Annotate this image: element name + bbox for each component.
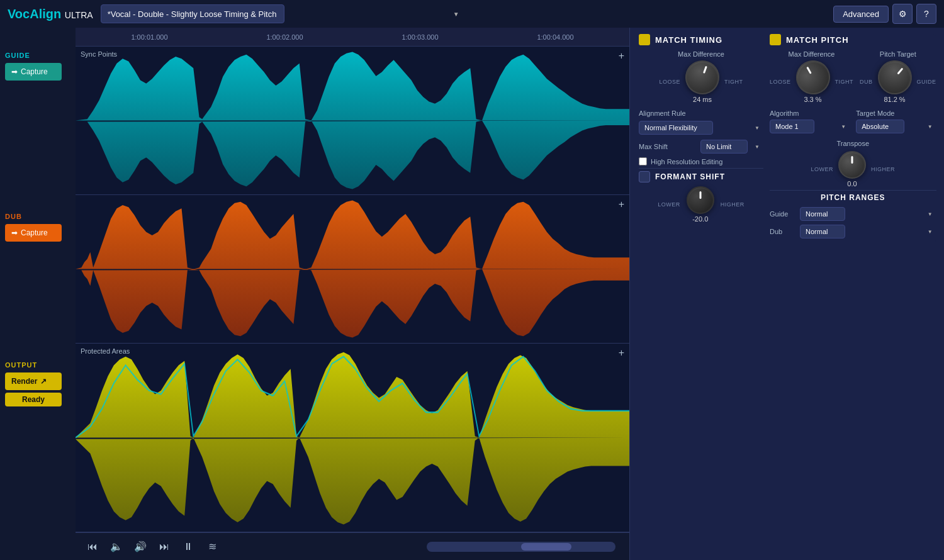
render-label: Render [11,377,37,386]
output-label: OUTPUT [5,361,70,369]
max-diff-label-timing: Max Difference [639,50,763,58]
guide-pitch-range-row: Guide Normal Low High Custom [770,207,936,221]
pitch-max-diff-col: Max Difference LOOSE 3.3 % TIGHT [770,50,853,103]
match-panels-row: MATCH TIMING Max Difference LOOSE 24 ms … [639,34,935,242]
settings-button[interactable]: ⚙ [892,4,913,24]
pitch-target-knob-group: DUB 81.2 % GUIDE [860,60,936,103]
high-res-label: High Resolution Editing [651,158,722,165]
guide-pitch-range-select[interactable]: Normal Low High Custom [800,207,845,221]
match-pitch-toggle[interactable] [770,34,781,45]
volume-low-button[interactable]: 🔈 [107,537,126,556]
formant-header: FORMANT SHIFT [639,171,763,182]
dub-capture-button[interactable]: ➡ Capture [5,224,62,242]
alignment-rule-select[interactable]: Normal Flexibility [639,121,713,135]
dub-pitch-range-row: Dub Normal Low High Custom [770,225,936,238]
dub-pitch-range-wrapper: Normal Low High Custom [800,225,936,238]
match-timing-section: MATCH TIMING Max Difference LOOSE 24 ms … [639,34,763,242]
tick-2: 1:00:02.000 [217,33,352,41]
stop-button[interactable]: ≋ [203,537,222,556]
timing-max-diff-knob[interactable] [680,55,724,99]
max-shift-row: Max Shift No Limit [639,140,763,154]
output-waveform [76,344,629,532]
formant-title: FORMANT SHIFT [655,172,725,181]
preset-dropdown[interactable]: *Vocal - Double - Slightly Loose Timing … [101,4,284,23]
preset-wrapper: *Vocal - Double - Slightly Loose Timing … [101,4,466,23]
guide-label: GUIDE [5,52,70,59]
guide-pitch-range-label: Guide [770,210,795,218]
tick-1: 1:00:01.000 [82,33,217,41]
transpose-lower-label: LOWER [811,166,834,172]
guide-track-plus[interactable]: + [619,50,624,62]
pause-button[interactable]: ⏸ [179,537,198,556]
formant-knob[interactable] [687,186,714,214]
pitch-guide-label: GUIDE [917,79,936,85]
transpose-section: Transpose LOWER 0.0 HIGHER [770,140,936,188]
pitch-target-knob[interactable] [870,53,918,101]
formant-toggle[interactable] [639,171,650,182]
dub-label: DUB [5,213,70,220]
capture-icon: ➡ [11,67,18,76]
target-mode-col: Target Mode Absolute [856,109,936,133]
render-button[interactable]: Render ↗ [5,372,62,390]
guide-track: Sync Points + [76,47,629,195]
sync-points-label: Sync Points [81,50,117,58]
match-pitch-title: MATCH PITCH [786,35,849,45]
pitch-loose-label: LOOSE [770,79,791,85]
volume-high-button[interactable]: 🔊 [131,537,150,556]
pitch-ranges-divider [770,190,936,191]
formant-higher-label: HIGHER [721,201,745,208]
transpose-label: Transpose [770,140,936,147]
guide-waveform [76,47,629,194]
transpose-higher-label: HIGHER [871,166,895,172]
guide-capture-label: Capture [21,67,48,76]
dub-pitch-range-select[interactable]: Normal Low High Custom [800,225,845,238]
transpose-knob-group: LOWER 0.0 HIGHER [770,151,936,188]
rewind-button[interactable]: ⏮ [83,537,102,556]
dub-track: + [76,195,629,344]
match-pitch-header: MATCH PITCH [770,34,936,45]
pitch-target-label: Pitch Target [860,50,936,58]
pitch-max-diff-label: Max Difference [770,50,853,58]
formant-lower-label: LOWER [658,201,680,208]
match-timing-toggle[interactable] [639,34,650,45]
help-button[interactable]: ? [916,4,936,24]
algorithm-col: Algorithm Mode 1 [770,109,850,133]
high-res-row: High Resolution Editing [639,157,763,165]
guide-capture-button[interactable]: ➡ Capture [5,63,62,81]
logo-align: Align [30,7,61,21]
protected-areas-label: Protected Areas [81,347,130,355]
match-timing-header: MATCH TIMING [639,34,763,45]
algorithm-label: Algorithm [770,109,850,117]
play-button[interactable]: ⏭ [155,537,174,556]
algorithm-select[interactable]: Mode 1 [770,120,814,133]
target-mode-select[interactable]: Absolute [856,120,904,133]
target-mode-label: Target Mode [856,109,936,117]
timing-value: 24 ms [693,96,712,103]
advanced-button[interactable]: Advanced [833,6,889,23]
transpose-value: 0.0 [847,180,857,188]
output-track-plus[interactable]: + [619,347,624,359]
dub-capture-label: Capture [21,228,48,237]
match-timing-title: MATCH TIMING [655,35,722,45]
transpose-knob-container: 0.0 [838,151,866,188]
pitch-controls-row: Algorithm Mode 1 Target Mode Absolute [770,109,936,133]
high-res-checkbox[interactable] [639,157,647,165]
pitch-max-diff-knob[interactable] [790,54,836,101]
max-shift-select[interactable]: No Limit [700,140,748,154]
header: VocAlign ULTRA *Vocal - Double - Slightl… [0,0,944,28]
scrollbar[interactable] [427,542,615,552]
match-pitch-section: MATCH PITCH Max Difference LOOSE 3.3 % T… [770,34,936,242]
right-panel: MATCH TIMING Max Difference LOOSE 24 ms … [629,28,944,560]
timeline-ticks: 1:00:01.000 1:00:02.000 1:00:03.000 1:00… [82,33,623,41]
dub-track-plus[interactable]: + [619,199,624,210]
transpose-knob[interactable] [838,151,866,179]
formant-knob-row: LOWER -20.0 HIGHER [639,186,763,223]
pitch-max-diff-knob-group: LOOSE 3.3 % TIGHT [770,60,853,103]
max-shift-label: Max Shift [639,143,695,150]
tick-3: 1:00:03.000 [352,33,488,41]
pitch-target-value: 81.2 % [884,96,905,103]
formant-divider [639,168,763,169]
pitch-max-diff-knob-container: 3.3 % [796,60,830,103]
scroll-thumb[interactable] [521,543,571,551]
dub-pitch-range-label: Dub [770,228,795,235]
